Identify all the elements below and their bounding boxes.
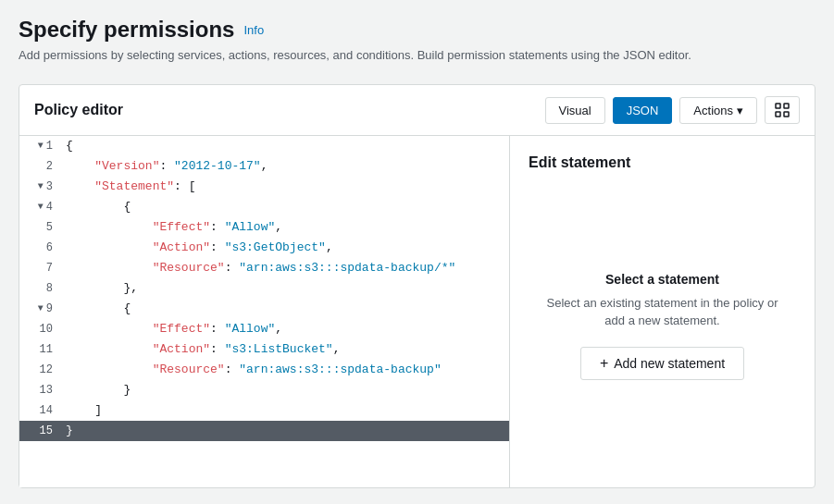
code-content: }: [62, 421, 509, 441]
page-subtitle: Add permissions by selecting services, a…: [19, 48, 815, 62]
line-number: ▼9: [19, 299, 62, 319]
code-content: },: [62, 278, 509, 299]
fold-arrow[interactable]: ▼: [38, 299, 44, 319]
code-panel[interactable]: ▼1{2 "Version": "2012-10-17",▼3 "Stateme…: [19, 136, 510, 487]
page-header: Specify permissions Info Add permissions…: [0, 0, 834, 71]
line-number: 8: [19, 278, 62, 299]
select-statement-desc: Select an existing statement in the poli…: [546, 294, 778, 330]
code-line: ▼3 "Statement": [: [19, 177, 509, 197]
fullscreen-icon: [775, 103, 790, 117]
line-number: 6: [19, 238, 62, 258]
line-number: 2: [19, 156, 62, 177]
code-line: 11 "Action": "s3:ListBucket",: [19, 339, 509, 360]
info-link[interactable]: Info: [243, 23, 264, 37]
editor-toolbar: Policy editor Visual JSON Actions ▾: [19, 85, 815, 136]
line-number: 13: [19, 380, 62, 400]
code-line: 15}: [19, 421, 509, 441]
code-content: {: [62, 136, 509, 156]
svg-rect-0: [776, 104, 780, 108]
edit-statement-title: Edit statement: [529, 154, 796, 171]
json-button[interactable]: JSON: [613, 97, 673, 124]
right-panel: Edit statement Select a statement Select…: [510, 136, 815, 487]
code-line: 10 "Effect": "Allow",: [19, 319, 509, 339]
code-line: 13 }: [19, 380, 509, 400]
add-new-statement-button[interactable]: + Add new statement: [580, 347, 744, 380]
line-number: ▼3: [19, 177, 62, 197]
svg-rect-2: [776, 112, 780, 117]
line-number: 10: [19, 319, 62, 339]
code-content: }: [62, 380, 509, 400]
code-content: {: [62, 197, 509, 217]
code-content: "Version": "2012-10-17",: [62, 156, 509, 177]
editor-body: ▼1{2 "Version": "2012-10-17",▼3 "Stateme…: [19, 136, 815, 487]
line-number: 5: [19, 217, 62, 238]
svg-rect-1: [784, 104, 789, 108]
fold-arrow[interactable]: ▼: [38, 136, 44, 156]
line-number: 7: [19, 258, 62, 278]
code-content: ]: [62, 400, 509, 421]
select-statement-heading: Select a statement: [605, 272, 719, 287]
code-line: 7 "Resource": "arn:aws:s3:::spdata-backu…: [19, 258, 509, 278]
actions-button[interactable]: Actions ▾: [679, 97, 757, 124]
code-line: 12 "Resource": "arn:aws:s3:::spdata-back…: [19, 360, 509, 380]
plus-icon: +: [600, 355, 608, 372]
line-number: 11: [19, 339, 62, 360]
line-number: 14: [19, 400, 62, 421]
fullscreen-button[interactable]: [765, 96, 800, 124]
policy-editor-container: Policy editor Visual JSON Actions ▾ ▼1{2…: [19, 84, 815, 488]
fold-arrow[interactable]: ▼: [38, 197, 44, 217]
editor-title: Policy editor: [34, 102, 538, 118]
page-title: Specify permissions: [19, 17, 234, 43]
statement-select-area: Select a statement Select an existing st…: [529, 182, 796, 469]
code-line: 8 },: [19, 278, 509, 299]
code-line: 2 "Version": "2012-10-17",: [19, 156, 509, 177]
code-content: "Effect": "Allow",: [62, 217, 509, 238]
code-content: "Statement": [: [62, 177, 509, 197]
code-content: {: [62, 299, 509, 319]
code-content: "Action": "s3:GetObject",: [62, 238, 509, 258]
code-line: ▼9 {: [19, 299, 509, 319]
code-line: 5 "Effect": "Allow",: [19, 217, 509, 238]
title-row: Specify permissions Info: [19, 17, 815, 43]
line-number: 12: [19, 360, 62, 380]
code-line: 14 ]: [19, 400, 509, 421]
svg-rect-3: [784, 112, 789, 117]
chevron-down-icon: ▾: [737, 104, 743, 117]
line-number: ▼1: [19, 136, 62, 156]
code-line: ▼4 {: [19, 197, 509, 217]
code-line: ▼1{: [19, 136, 509, 156]
code-content: "Action": "s3:ListBucket",: [62, 339, 509, 360]
code-content: "Effect": "Allow",: [62, 319, 509, 339]
visual-button[interactable]: Visual: [545, 97, 605, 124]
fold-arrow[interactable]: ▼: [38, 177, 44, 197]
code-content: "Resource": "arn:aws:s3:::spdata-backup/…: [62, 258, 509, 278]
line-number: 15: [19, 421, 62, 441]
line-number: ▼4: [19, 197, 62, 217]
code-line: 6 "Action": "s3:GetObject",: [19, 238, 509, 258]
code-content: "Resource": "arn:aws:s3:::spdata-backup": [62, 360, 509, 380]
